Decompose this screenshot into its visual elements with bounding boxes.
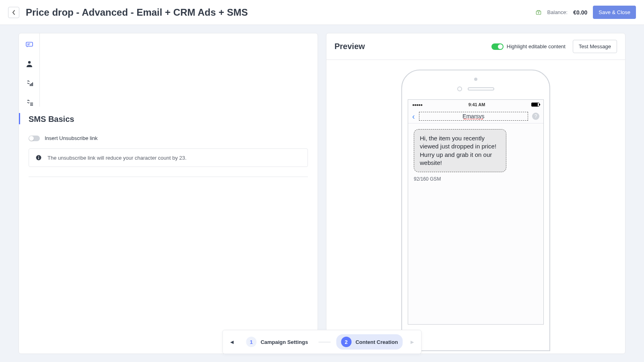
divider: [29, 177, 308, 177]
info-icon: [35, 154, 42, 161]
highlight-label: Highlight editable content: [507, 43, 566, 49]
stepper-prev-button[interactable]: ◀: [228, 339, 235, 345]
step-number: 1: [246, 337, 256, 347]
step-content-creation[interactable]: 2 Content Creation: [336, 334, 402, 350]
sms-basics-panel: SMS Basics Insert Unsubscribe link The u…: [19, 33, 318, 354]
step-campaign-settings[interactable]: 1 Campaign Settings: [241, 334, 313, 350]
save-close-button[interactable]: Save & Close: [593, 6, 636, 19]
svg-rect-2: [26, 42, 33, 46]
stepper-next-button[interactable]: ▶: [409, 339, 416, 345]
wallet-icon: [535, 9, 542, 16]
stepper: ◀ 1 Campaign Settings 2 Content Creation…: [222, 330, 421, 354]
phone-screen: ●●●●● 9:41 AM ‹ Emarsys ? Hi, the item y…: [408, 99, 544, 325]
svg-rect-6: [30, 84, 31, 86]
status-time: 9:41 AM: [469, 102, 485, 107]
person-icon: [25, 60, 33, 68]
svg-point-5: [28, 61, 30, 64]
phone-speaker-icon: [468, 87, 494, 90]
link-bars-icon: [25, 79, 33, 87]
section-title: SMS Basics: [29, 115, 308, 124]
signal-icon: ●●●●●: [412, 103, 422, 107]
sidebar-item-link-analytics[interactable]: [25, 79, 33, 87]
sender-name-field[interactable]: Emarsys: [419, 112, 528, 121]
message-content-field[interactable]: Hi, the item you recently viewed just dr…: [414, 129, 506, 172]
unsubscribe-toggle[interactable]: [29, 136, 40, 141]
character-count: 92/160 GSM: [414, 176, 538, 182]
svg-rect-7: [31, 83, 32, 86]
info-text: The unsubscribe link will reduce your ch…: [47, 155, 186, 161]
highlight-toggle[interactable]: [491, 43, 504, 50]
balance-label: Balance:: [547, 9, 568, 15]
back-button[interactable]: [8, 7, 19, 18]
svg-point-14: [38, 156, 39, 157]
help-icon[interactable]: ?: [532, 113, 539, 120]
sidebar-item-sms[interactable]: [25, 41, 33, 49]
info-box: The unsubscribe link will reduce your ch…: [29, 148, 308, 167]
phone-preview: ●●●●● 9:41 AM ‹ Emarsys ? Hi, the item y…: [401, 70, 550, 351]
step-connector: [318, 342, 330, 342]
battery-icon: [531, 103, 539, 107]
svg-point-1: [538, 12, 539, 13]
sidebar-item-link-list[interactable]: [25, 99, 33, 107]
unsubscribe-toggle-label: Insert Unsubscribe link: [45, 135, 98, 141]
top-bar: Price drop - Advanced - Email + CRM Ads …: [0, 0, 644, 25]
step-label: Campaign Settings: [260, 339, 308, 345]
balance-value: €0.00: [573, 9, 587, 16]
test-message-button[interactable]: Test Message: [573, 40, 617, 53]
sidebar-item-recipient[interactable]: [25, 60, 33, 68]
chevron-left-icon: [12, 10, 16, 15]
message-icon: [25, 41, 33, 49]
preview-panel: Preview Highlight editable content Test …: [326, 33, 625, 354]
phone-sensor-icon: [457, 86, 462, 91]
svg-rect-13: [38, 157, 39, 159]
link-list-icon: [25, 99, 33, 107]
preview-title: Preview: [334, 42, 365, 51]
page-title: Price drop - Advanced - Email + CRM Ads …: [26, 7, 248, 18]
phone-camera-icon: [474, 78, 477, 81]
svg-rect-8: [32, 82, 33, 86]
sidebar: [19, 33, 40, 107]
phone-back-icon[interactable]: ‹: [412, 112, 415, 120]
step-number: 2: [341, 337, 351, 347]
step-label: Content Creation: [355, 339, 398, 345]
